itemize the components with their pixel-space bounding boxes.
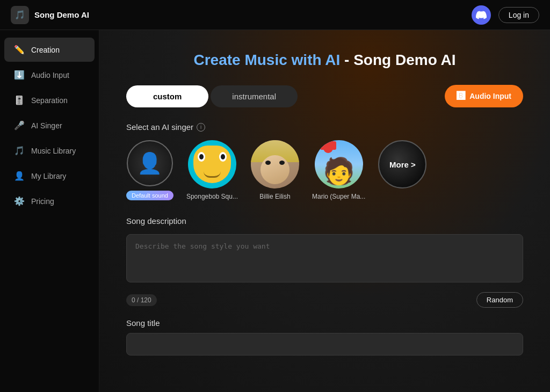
audio-input-btn-icon: 🅱	[457, 91, 465, 101]
singer-section-label: Select an AI singer i	[126, 122, 523, 132]
separation-icon: 🎚️	[14, 95, 25, 105]
tab-custom[interactable]: custom	[126, 85, 208, 107]
sidebar-item-music-library[interactable]: 🎵 Music Library	[4, 139, 95, 163]
logo-icon: 🎵	[11, 6, 29, 24]
navbar: 🎵 Song Demo AI Log in	[0, 0, 550, 30]
sidebar-item-pricing[interactable]: ⚙️ Pricing	[4, 189, 95, 213]
song-title-section: Song title	[126, 318, 523, 355]
sidebar-item-my-library[interactable]: 👤 My Library	[4, 164, 95, 188]
song-description-section: Song description	[126, 216, 523, 285]
counter-row: 0 / 120 Random	[126, 292, 523, 308]
main-layout: ✏️ Creation ⬇️ Audio Input 🎚️ Separation…	[0, 30, 550, 392]
content-area: Create Music with AI - Song Demo AI cust…	[99, 30, 550, 392]
default-singer-badge: Default sound	[126, 191, 173, 200]
navbar-left: 🎵 Song Demo AI	[11, 6, 89, 24]
singer-mario[interactable]: 🧑 Mario (Super Ma...	[312, 140, 365, 200]
sidebar-item-ai-singer[interactable]: 🎤 AI Singer	[4, 113, 95, 137]
spongebob-avatar	[188, 140, 236, 188]
sidebar-item-audio-input-label: Audio Input	[31, 71, 69, 79]
sidebar-item-creation[interactable]: ✏️ Creation	[4, 38, 95, 62]
tabs-row: custom instrumental 🅱 Audio Input	[126, 85, 523, 107]
singer-default[interactable]: 👤 Default sound	[126, 140, 173, 200]
discord-button[interactable]	[472, 5, 491, 25]
default-singer-avatar: 👤	[127, 140, 173, 186]
singer-billie[interactable]: Billie Eilish	[251, 140, 299, 200]
pricing-icon: ⚙️	[14, 196, 25, 206]
mic-icon: 🎤	[14, 120, 25, 130]
mario-avatar: 🧑	[315, 140, 363, 188]
sidebar-item-separation[interactable]: 🎚️ Separation	[4, 88, 95, 112]
login-button[interactable]: Log in	[498, 7, 539, 23]
audio-input-button[interactable]: 🅱 Audio Input	[445, 85, 523, 107]
song-title-input[interactable]	[126, 333, 523, 355]
singers-row: 👤 Default sound	[126, 140, 523, 200]
audio-input-icon: ⬇️	[14, 70, 25, 80]
song-description-textarea[interactable]	[126, 234, 523, 282]
edit-icon: ✏️	[14, 45, 25, 55]
more-avatar: More >	[378, 140, 426, 188]
my-library-icon: 👤	[14, 171, 25, 181]
sidebar-item-music-library-label: Music Library	[31, 147, 76, 155]
sidebar-item-separation-label: Separation	[31, 96, 68, 105]
tab-instrumental[interactable]: instrumental	[211, 85, 298, 107]
singer-spongebob[interactable]: Spongebob Squ...	[186, 140, 238, 200]
spongebob-singer-name: Spongebob Squ...	[186, 193, 238, 200]
sidebar-item-pricing-label: Pricing	[31, 197, 54, 206]
music-library-icon: 🎵	[14, 146, 25, 156]
billie-avatar	[251, 140, 299, 188]
sidebar: ✏️ Creation ⬇️ Audio Input 🎚️ Separation…	[0, 30, 99, 392]
sidebar-item-creation-label: Creation	[31, 46, 60, 54]
more-text: More >	[389, 160, 416, 169]
song-title-label: Song title	[126, 318, 523, 328]
page-title: Create Music with AI - Song Demo AI	[126, 52, 523, 69]
char-counter: 0 / 120	[126, 294, 157, 306]
mario-singer-name: Mario (Super Ma...	[312, 193, 365, 200]
random-button[interactable]: Random	[476, 292, 523, 308]
sidebar-item-my-library-label: My Library	[31, 172, 66, 180]
info-icon: i	[197, 123, 205, 132]
brand-name: Song Demo AI	[34, 10, 89, 19]
singer-more[interactable]: More >	[378, 140, 426, 200]
sidebar-item-audio-input[interactable]: ⬇️ Audio Input	[4, 63, 95, 87]
sidebar-item-ai-singer-label: AI Singer	[31, 121, 62, 130]
song-description-label: Song description	[126, 216, 523, 226]
navbar-right: Log in	[472, 5, 539, 25]
billie-singer-name: Billie Eilish	[259, 193, 290, 200]
